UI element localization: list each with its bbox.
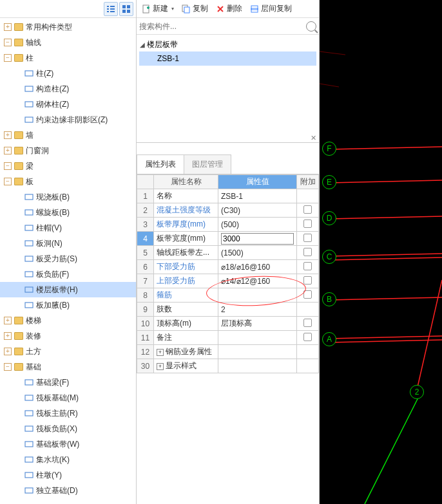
checkbox[interactable] [303,319,312,327]
tree-item[interactable]: 筏板基础(M) [0,390,136,406]
tree-item[interactable]: 门窗洞 [0,143,136,158]
tree-item[interactable]: 柱 [0,50,136,66]
prop-value[interactable]: 2 [218,303,297,317]
tree-item[interactable]: 板 [0,174,136,189]
prop-extra[interactable] [297,203,319,218]
cad-viewport[interactable]: F E D C B A 2 [320,0,442,504]
tree-item[interactable]: 约束边缘非阴影区(Z) [0,112,136,127]
prop-extra[interactable] [297,232,319,246]
prop-extra[interactable] [297,274,319,288]
checkbox[interactable] [303,248,312,256]
checkbox[interactable] [303,333,312,341]
prop-extra[interactable] [297,317,319,331]
tree-item[interactable]: 螺旋板(B) [0,205,136,220]
tree-item[interactable]: 梁 [0,158,136,174]
tree-item[interactable]: 构造柱(Z) [0,81,136,97]
expand-icon[interactable] [4,131,12,139]
property-row[interactable]: 9肢数2 [137,303,319,317]
search-icon[interactable] [306,21,316,32]
property-row[interactable]: 12+ 钢筋业务属性 [137,345,319,359]
tree-item[interactable]: 基础板带(W) [0,436,136,452]
collapse-icon[interactable] [4,363,12,371]
instance-tree-root[interactable]: ◢ 楼层板带 [139,37,316,51]
prop-value[interactable]: ⌀14/⌀12@160 [218,274,297,288]
tree-item[interactable]: 轴线 [0,35,136,50]
collapse-icon[interactable] [4,162,12,170]
prop-extra[interactable] [297,260,319,274]
property-row[interactable]: 6下部受力筋⌀18/⌀16@160 [137,260,319,274]
prop-extra[interactable] [297,303,319,317]
checkbox[interactable] [303,290,312,299]
property-row[interactable]: 8箍筋 [137,288,319,303]
tree-item[interactable]: 筏板主筋(R) [0,406,136,421]
new-button[interactable]: 新建 ▾ [139,2,177,15]
prop-extra[interactable] [297,331,319,345]
prop-value[interactable]: ZSB-1 [218,189,297,203]
checkbox[interactable] [303,276,312,285]
property-row[interactable]: 2混凝土强度等级(C30) [137,203,319,218]
prop-value[interactable]: (500) [218,218,297,232]
tree-item[interactable]: 独立基础(D) [0,483,136,498]
property-row[interactable]: 3板带厚度(mm)(500) [137,218,319,232]
property-row[interactable]: 7上部受力筋⌀14/⌀12@160 [137,274,319,288]
tree-item[interactable]: 柱帽(V) [0,220,136,236]
checkbox[interactable] [303,205,312,214]
tree-item[interactable]: 基础 [0,359,136,375]
prop-extra[interactable] [297,246,319,260]
prop-value[interactable] [218,345,297,359]
tab-properties[interactable]: 属性列表 [137,154,184,174]
property-row[interactable]: 10顶标高(m)层顶标高 [137,317,319,331]
tree-item[interactable]: 柱(Z) [0,66,136,81]
property-row[interactable]: 11备注 [137,331,319,345]
property-row[interactable]: 1名称ZSB-1 [137,189,319,203]
property-row[interactable]: 4板带宽度(mm) [137,232,319,246]
property-row[interactable]: 30+ 显示样式 [137,359,319,373]
copy-button[interactable]: 复制 [179,2,211,15]
checkbox[interactable] [303,262,312,270]
checkbox[interactable] [303,219,312,228]
prop-extra[interactable] [297,218,319,232]
prop-value-input[interactable] [221,233,294,245]
prop-value[interactable] [218,288,297,303]
prop-value[interactable] [218,232,297,246]
prop-extra[interactable] [297,345,319,359]
expand-icon[interactable]: + [157,349,164,356]
list-view-button[interactable] [104,2,118,16]
tree-item[interactable]: 墙 [0,127,136,143]
tree-item[interactable]: 集水坑(K) [0,452,136,467]
grid-view-button[interactable] [119,2,133,16]
prop-value[interactable] [218,331,297,345]
tree-item[interactable]: 楼梯 [0,313,136,328]
prop-extra[interactable] [297,189,319,203]
tree-item[interactable]: 板加腋(B) [0,297,136,313]
layer-copy-button[interactable]: 层间复制 [247,2,294,15]
collapse-icon[interactable] [4,54,12,62]
tree-item[interactable]: 楼层板带(H) [0,282,136,297]
expand-icon[interactable]: + [157,363,164,370]
tree-item[interactable]: 砌体柱(Z) [0,97,136,112]
checkbox[interactable] [303,234,312,242]
tree-item[interactable]: 板洞(N) [0,236,136,251]
prop-extra[interactable] [297,359,319,373]
search-input[interactable] [139,22,306,31]
instance-tree-item[interactable]: ZSB-1 [139,51,316,66]
tree-item[interactable]: 土方 [0,344,136,359]
tree-item[interactable]: 现浇板(B) [0,189,136,205]
prop-value[interactable]: (C30) [218,203,297,218]
tree-item[interactable]: 装修 [0,328,136,344]
close-panel-icon[interactable]: ✕ [311,134,316,142]
prop-value[interactable] [218,359,297,373]
tree-item[interactable]: 基础梁(F) [0,375,136,390]
prop-extra[interactable] [297,288,319,303]
collapse-icon[interactable] [4,178,12,185]
expand-icon[interactable] [4,317,12,324]
tree-item[interactable]: 柱墩(Y) [0,467,136,483]
tree-item[interactable]: 常用构件类型 [0,19,136,35]
tree-item[interactable]: 板受力筋(S) [0,251,136,266]
collapse-icon[interactable] [4,39,12,46]
expand-icon[interactable] [4,348,12,355]
expand-icon[interactable] [4,332,12,340]
tree-item[interactable]: 筏板负筋(X) [0,421,136,436]
tab-layers[interactable]: 图层管理 [184,154,231,174]
property-row[interactable]: 5轴线距板带左...(1500) [137,246,319,260]
